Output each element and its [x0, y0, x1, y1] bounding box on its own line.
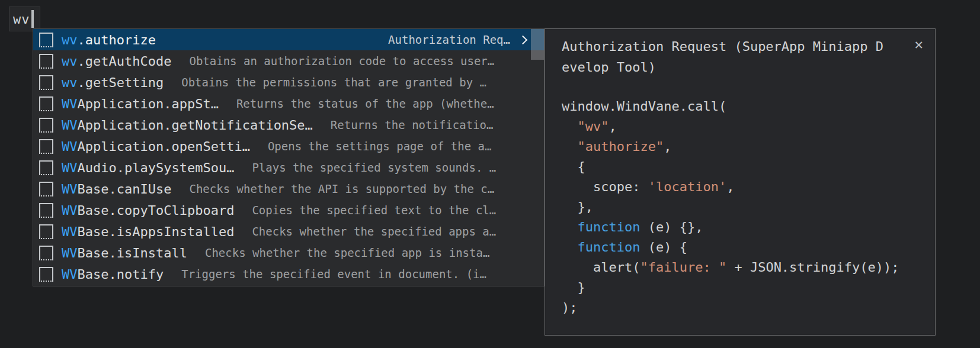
snippet-icon	[39, 139, 53, 154]
label-rest: .getSetting	[78, 75, 164, 90]
suggestion-label: WVBase.isInstall	[62, 246, 187, 260]
matched-prefix: WV	[62, 246, 78, 260]
code-token	[562, 220, 578, 234]
label-rest: Application.openSetti…	[78, 139, 250, 154]
docs-title: Authorization Request (SuperApp Miniapp …	[562, 36, 888, 78]
code-token: window.WindVane.call(	[562, 99, 726, 114]
suggestion-label: wv.getAuthCode	[62, 54, 171, 69]
suggestion-row[interactable]: WVBase.isAppsInstalledChecks whether the…	[33, 221, 544, 242]
chevron-right-icon	[518, 35, 528, 44]
close-icon[interactable]: ✕	[915, 37, 923, 51]
suggestion-label: WVApplication.getNotificationSe…	[62, 118, 313, 133]
snippet-icon	[39, 182, 53, 196]
code-token: alert(	[562, 260, 640, 275]
matched-prefix: WV	[62, 203, 78, 218]
suggestion-row[interactable]: WVAudio.playSystemSou…Plays the specifie…	[33, 157, 544, 178]
matched-prefix: WV	[62, 139, 78, 154]
suggestion-row[interactable]: WVApplication.openSetti…Opens the settin…	[33, 136, 544, 157]
code-line: },	[562, 197, 899, 217]
code-token	[562, 119, 578, 134]
suggestion-row[interactable]: WVBase.copyToClipboardCopies the specifi…	[33, 199, 544, 221]
code-token: );	[562, 300, 578, 315]
suggestion-row[interactable]: WVBase.isInstallChecks whether the speci…	[33, 242, 544, 263]
suggestion-label: WVAudio.playSystemSou…	[62, 160, 234, 175]
code-line: window.WindVane.call(	[562, 96, 899, 117]
suggest-scrollbar-thumb[interactable]	[531, 29, 544, 60]
code-token: },	[562, 199, 593, 214]
typed-text: wv	[13, 12, 30, 27]
label-rest: Application.appSt…	[78, 96, 219, 111]
matched-prefix: wv	[62, 33, 78, 47]
snippet-icon	[39, 203, 53, 218]
expand-details-control[interactable]	[520, 37, 526, 43]
label-rest: .getAuthCode	[78, 54, 172, 69]
snippet-icon	[39, 75, 53, 90]
label-rest: .authorize	[78, 33, 156, 47]
code-line: function (e) {	[562, 237, 899, 257]
matched-prefix: WV	[62, 182, 78, 196]
suggestion-row[interactable]: WVApplication.getNotificationSe…Returns …	[33, 114, 544, 136]
label-rest: Audio.playSystemSou…	[78, 160, 235, 175]
suggestion-detail: Obtains the permissions that are granted…	[181, 76, 510, 89]
code-token: scope:	[562, 179, 648, 194]
code-line: "authorize",	[562, 137, 899, 157]
suggest-list: wv.authorizeAuthorization Req…wv.getAuth…	[33, 29, 544, 285]
suggestion-row[interactable]: WVBase.notifyTriggers the specified even…	[33, 263, 544, 285]
label-rest: Base.canIUse	[78, 182, 172, 196]
suggestion-row[interactable]: wv.authorizeAuthorization Req…	[33, 29, 544, 50]
suggestion-label: WVApplication.appSt…	[62, 96, 219, 111]
suggestion-detail: Opens the settings page of the a…	[268, 140, 510, 153]
matched-prefix: WV	[62, 224, 78, 239]
suggestion-row[interactable]: WVApplication.appSt…Returns the status o…	[33, 93, 544, 114]
suggest-docs-panel: Authorization Request (SuperApp Miniapp …	[545, 28, 936, 336]
code-token: "wv"	[578, 119, 609, 134]
suggestion-detail: Returns the status of the app (whethe…	[236, 97, 510, 110]
suggestion-row[interactable]: WVBase.canIUseChecks whether the API is …	[33, 178, 544, 199]
code-token: function	[578, 220, 640, 234]
code-token: "authorize"	[578, 139, 664, 154]
code-token: (e) {},	[640, 220, 703, 234]
suggestion-detail: Checks whether the specified app is inst…	[205, 246, 510, 259]
suggest-widget: wv.authorizeAuthorization Req…wv.getAuth…	[33, 28, 545, 286]
snippet-icon	[39, 33, 53, 47]
code-token	[562, 240, 578, 254]
snippet-icon	[39, 224, 53, 239]
suggestion-label: WVBase.notify	[62, 267, 164, 282]
suggestion-detail: Checks whether the API is supported by t…	[189, 182, 510, 195]
suggestion-detail: Obtains an authorization code to access …	[189, 54, 510, 67]
label-rest: Application.getNotificationSe…	[78, 118, 313, 133]
label-rest: Base.notify	[78, 267, 164, 282]
suggestion-label: WVBase.canIUse	[62, 182, 171, 196]
code-editor-screen: wv wv.authorizeAuthorization Req…wv.getA…	[0, 0, 980, 348]
matched-prefix: WV	[62, 160, 78, 175]
matched-prefix: wv	[62, 75, 78, 90]
suggestion-detail: Triggers the specified event in document…	[181, 268, 510, 281]
label-rest: Base.isInstall	[78, 246, 187, 260]
code-token: 'location'	[648, 179, 726, 194]
matched-prefix: WV	[62, 96, 78, 111]
code-line: function (e) {},	[562, 217, 899, 237]
suggestion-label: wv.authorize	[62, 33, 156, 47]
snippet-icon	[39, 246, 53, 260]
suggestion-detail: Checks whether the specified apps a…	[252, 225, 510, 238]
code-token: ,	[726, 179, 734, 194]
suggestion-row[interactable]: wv.getSettingObtains the permissions tha…	[33, 72, 544, 93]
label-rest: Base.copyToClipboard	[78, 203, 235, 218]
code-line: "wv",	[562, 117, 899, 137]
code-token	[562, 139, 578, 154]
matched-prefix: WV	[62, 118, 78, 133]
suggestion-label: WVBase.copyToClipboard	[62, 203, 234, 218]
snippet-icon	[39, 118, 53, 133]
snippet-icon	[39, 54, 53, 69]
suggestion-row[interactable]: wv.getAuthCodeObtains an authorization c…	[33, 50, 544, 72]
suggestion-detail: Authorization Req…	[174, 33, 510, 46]
code-token: }	[562, 280, 585, 295]
code-line: );	[562, 298, 899, 318]
label-rest: Base.isAppsInstalled	[78, 224, 235, 239]
text-cursor	[31, 10, 34, 28]
code-line: scope: 'location',	[562, 177, 899, 197]
code-token: "failure: "	[640, 260, 726, 275]
suggestion-detail: Returns the notificatio…	[331, 118, 510, 131]
editor-active-line[interactable]: wv	[13, 8, 34, 30]
code-token: {	[562, 159, 585, 174]
